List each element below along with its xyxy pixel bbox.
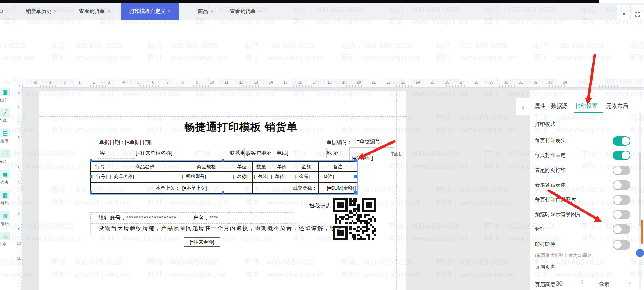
table-header-cell[interactable]: 金额	[294, 161, 318, 172]
toggle-off[interactable]	[613, 210, 630, 219]
tab-view-sale-order[interactable]: 查看销货单×	[79, 3, 110, 20]
table-header-cell[interactable]: 数量	[252, 161, 270, 172]
ruler-mark: 1	[17, 106, 21, 110]
table-binding-cell[interactable]: [=备注]	[318, 172, 357, 183]
tab-goods[interactable]: 商品×	[198, 3, 213, 20]
close-tab-icon[interactable]: ×	[258, 9, 261, 14]
toolbox-item-label: 直线	[0, 118, 10, 123]
print-table[interactable]: 行号商品名称商品规格单位数量单价金额备注[=行号][=商品名称][=规格型号][…	[90, 161, 357, 194]
toggle-off[interactable]	[613, 224, 630, 234]
table-binding-cell[interactable]: [=单价]	[270, 172, 294, 183]
table-binding-cell[interactable]: [=行号]	[91, 172, 109, 183]
setting-label: 每页打印表头	[535, 138, 566, 144]
tab1-label[interactable]: Tab1	[391, 152, 401, 157]
setting-row: 预览时显示背景图片	[530, 210, 644, 219]
setting-row: 每页打印背景图片	[530, 195, 644, 205]
toggle-knob	[622, 137, 630, 145]
panel-tab-properties[interactable]: 属性	[534, 103, 545, 110]
toolbox-2-icon[interactable]: ▤	[0, 129, 10, 137]
toggle-on[interactable]	[613, 136, 630, 146]
table-header-cell[interactable]: 单价	[270, 161, 294, 172]
table-binding-cell[interactable]: [=名称]	[232, 172, 252, 183]
selection-handle[interactable]	[222, 191, 224, 194]
contact-phone-field[interactable]: [=客户地址－电话]	[244, 148, 327, 158]
selection-handle[interactable]	[222, 159, 224, 162]
table-footer-cell[interactable]: 本单上欠：	[91, 183, 181, 194]
toggle-on[interactable]	[613, 151, 630, 160]
format-toolbar: 撤销 恢复 复制 删除 表格操作 ▾ 插入行/列 ▾ 删除行/列 ▾ 合并 字体…	[0, 44, 644, 79]
toggle-off[interactable]	[613, 195, 630, 205]
toolbox-1-icon[interactable]: ╱	[0, 108, 10, 117]
selection-handle[interactable]	[90, 191, 92, 194]
toolbox-5-icon[interactable]: ▩	[0, 191, 10, 199]
unit-select[interactable]: 像素	[599, 281, 609, 288]
toggle-off[interactable]	[613, 180, 630, 190]
table-header-cell[interactable]: 单位	[232, 161, 252, 172]
template-title[interactable]: 畅捷通打印模板 销货单	[92, 120, 390, 135]
ruler-mark: 24	[414, 80, 421, 84]
toolbox-4-icon[interactable]: ▦	[0, 170, 10, 178]
tab-home[interactable]: 首页	[0, 3, 4, 20]
toolbox-item-label: 卡片	[0, 159, 10, 165]
scroll-indicator[interactable]	[641, 220, 643, 244]
table-binding-cell[interactable]: [=规格型号]	[181, 172, 232, 183]
ruler-mark: 16	[296, 80, 304, 84]
panel-tab-element-layout[interactable]: 元素布局	[606, 103, 628, 110]
tab-sale-history[interactable]: 销货单历史×	[26, 3, 57, 20]
balance-field[interactable]: [=往来余额]	[184, 237, 220, 247]
divider	[535, 275, 636, 275]
table-footer-cell[interactable]	[232, 183, 252, 194]
table-header-cell[interactable]: 备注	[318, 161, 357, 172]
ruler-mark: 34	[561, 80, 569, 84]
selection-handle[interactable]	[354, 159, 357, 162]
toolbox-item-label: 印章	[0, 241, 10, 247]
selection-handle[interactable]	[90, 175, 92, 178]
tab-view-sale-order-2[interactable]: 查看销货单×	[230, 3, 261, 20]
close-tab-icon[interactable]: ×	[211, 9, 213, 14]
selection-handle[interactable]	[354, 191, 357, 194]
ruler-mark: -1	[46, 80, 54, 84]
notice-text[interactable]: 货物当天请验收清楚，产品质量问题请在一个月内退换，逾期概不负责，还望谅解，谢谢合…	[99, 225, 361, 232]
close-tab-icon[interactable]: ×	[107, 9, 110, 14]
doc-date-field[interactable]: 单据日期：[=单据日期]	[99, 139, 152, 146]
toggle-off[interactable]	[613, 240, 630, 250]
close-tab-icon[interactable]: ×	[54, 9, 57, 14]
close-tab-icon[interactable]: ×	[168, 9, 171, 14]
panel-tab-datasource[interactable]: 数据源	[551, 103, 567, 110]
customer-label[interactable]: 客	[100, 150, 105, 156]
ruler-mark: 8	[17, 211, 21, 215]
toolbox-6-icon[interactable]: ▥	[0, 211, 10, 220]
table-binding-cell[interactable]: [=商品名称]	[109, 172, 181, 183]
toolbox-7-icon[interactable]: ♨	[0, 232, 10, 240]
floating-widget[interactable]	[636, 249, 644, 257]
header-height-stepper[interactable]: ▴▾	[581, 279, 583, 284]
tab-print-template-custom[interactable]: 打印模板自定义×	[121, 3, 179, 20]
ruler-mark: 4	[120, 80, 127, 84]
customer-binding[interactable]: [=往来单位名称]	[136, 150, 172, 156]
doc-no-field[interactable]: [=单据编号]	[353, 137, 394, 146]
unit-caret-icon[interactable]: ∨	[628, 280, 631, 286]
table-binding-cell[interactable]: [=金额]	[294, 172, 318, 183]
table-footer-cell[interactable]: 成交金额：	[252, 183, 318, 194]
bank-account-row[interactable]: 银行账号：******************** 户名：****	[99, 215, 218, 222]
ruler-mark: 5	[135, 80, 142, 84]
selection-handle[interactable]	[90, 159, 92, 162]
toolbox-3-icon[interactable]: ▭	[0, 149, 10, 158]
ruler-mark: 29	[488, 80, 495, 84]
collapse-panel-button[interactable]: »	[516, 98, 530, 116]
ruler-mark: 10	[208, 80, 216, 84]
ruler-mark: 28	[473, 80, 480, 84]
table-header-cell[interactable]: 商品规格	[181, 161, 232, 172]
selection-handle[interactable]	[354, 175, 357, 178]
table-footer-cell[interactable]: [=SUM(金额)]	[318, 183, 357, 194]
header-height-input[interactable]: 30	[556, 280, 563, 287]
ruler-mark: 30	[502, 80, 510, 84]
panel-tab-print-settings[interactable]: 打印设置	[575, 103, 597, 110]
toggle-off[interactable]	[613, 166, 630, 175]
table-header-cell[interactable]: 行号	[91, 161, 109, 172]
toolbox-0-icon[interactable]: ▣	[0, 88, 10, 96]
panel-scrollbar[interactable]	[639, 112, 641, 289]
table-binding-cell[interactable]: [=包装]	[252, 172, 270, 183]
close-icon: ×	[622, 10, 626, 18]
table-header-cell[interactable]: 商品名称	[109, 161, 181, 172]
